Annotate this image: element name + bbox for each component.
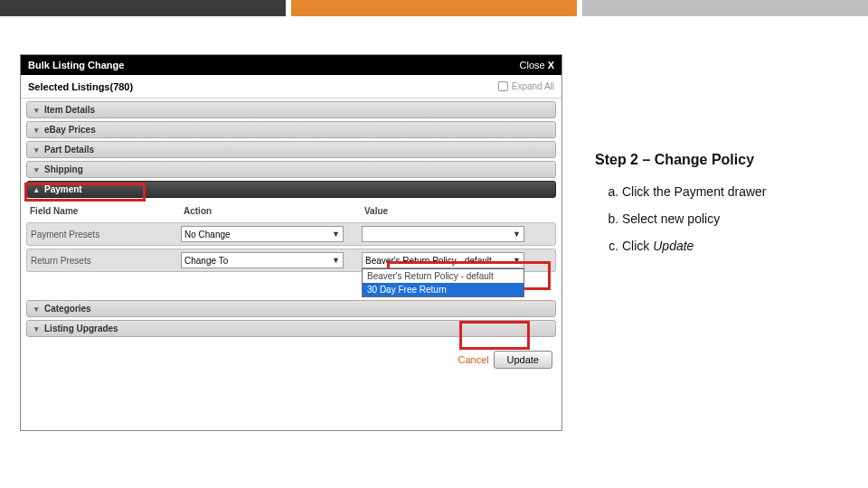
instruction-c: Click Update <box>622 239 852 253</box>
row-return-presets: Return Presets Change To ▼ Beaver's Retu… <box>26 249 556 272</box>
return-policy-dropdown[interactable]: Beaver's Return Policy - default 30 Day … <box>362 268 524 297</box>
step-title: Step 2 – Change Policy <box>595 152 852 168</box>
slide-top-bar <box>0 0 868 16</box>
bulk-listing-dialog: Bulk Listing Change CloseX Selected List… <box>20 54 562 431</box>
dialog-title: Bulk Listing Change <box>28 60 124 70</box>
chevron-down-icon: ▼ <box>513 230 521 239</box>
chevron-down-icon: ▾ <box>34 126 39 135</box>
chevron-up-icon: ▴ <box>34 185 39 194</box>
chevron-down-icon: ▼ <box>332 230 340 239</box>
dropdown-option-default[interactable]: Beaver's Return Policy - default <box>363 269 524 283</box>
value-select-payment[interactable]: ▼ <box>362 226 524 242</box>
row-payment-presets: Payment Presets No Change ▼ ▼ <box>26 222 556 246</box>
expand-all-toggle[interactable]: Expand All <box>497 80 554 92</box>
expand-all-checkbox[interactable] <box>498 81 508 91</box>
drawer-ebay-prices[interactable]: ▾ eBay Prices <box>26 121 556 138</box>
col-value: Value <box>364 206 552 216</box>
close-icon: X <box>548 60 554 70</box>
chevron-down-icon: ▾ <box>34 324 39 333</box>
close-button[interactable]: CloseX <box>520 60 554 70</box>
chevron-down-icon: ▾ <box>34 165 39 174</box>
instructions-panel: Step 2 – Change Policy Click the Payment… <box>562 16 868 431</box>
chevron-down-icon: ▼ <box>332 256 340 265</box>
field-label: Return Presets <box>31 256 181 266</box>
action-select-return[interactable]: Change To ▼ <box>181 252 344 268</box>
chevron-down-icon: ▼ <box>513 256 521 265</box>
drawer-shipping[interactable]: ▾ Shipping <box>26 161 556 178</box>
action-select-payment[interactable]: No Change ▼ <box>181 226 344 242</box>
value-select-return[interactable]: Beaver's Return Policy - default ▼ <box>362 252 524 268</box>
drawer-listing-upgrades[interactable]: ▾ Listing Upgrades <box>26 320 556 337</box>
selected-listings-label: Selected Listings(780) <box>28 81 133 92</box>
col-field-name: Field Name <box>30 206 184 216</box>
instruction-a: Click the Payment drawer <box>622 184 852 199</box>
cancel-link[interactable]: Cancel <box>458 354 488 365</box>
update-button[interactable]: Update <box>494 351 552 369</box>
payment-grid: Field Name Action Value Payment Presets … <box>26 201 556 272</box>
drawer-part-details[interactable]: ▾ Part Details <box>26 141 556 158</box>
dialog-action-row: Cancel Update <box>21 340 561 430</box>
dialog-titlebar: Bulk Listing Change CloseX <box>21 55 561 75</box>
dropdown-option-30day[interactable]: 30 Day Free Return <box>363 283 524 296</box>
drawer-item-details[interactable]: ▾ Item Details <box>26 101 556 118</box>
chevron-down-icon: ▾ <box>34 305 39 314</box>
field-label: Payment Presets <box>31 230 181 239</box>
drawer-payment[interactable]: ▴ Payment <box>26 181 556 198</box>
chevron-down-icon: ▾ <box>34 106 39 115</box>
chevron-down-icon: ▾ <box>34 145 39 155</box>
instruction-b: Select new policy <box>622 211 852 226</box>
col-action: Action <box>184 206 364 216</box>
drawer-categories[interactable]: ▾ Categories <box>26 300 556 317</box>
